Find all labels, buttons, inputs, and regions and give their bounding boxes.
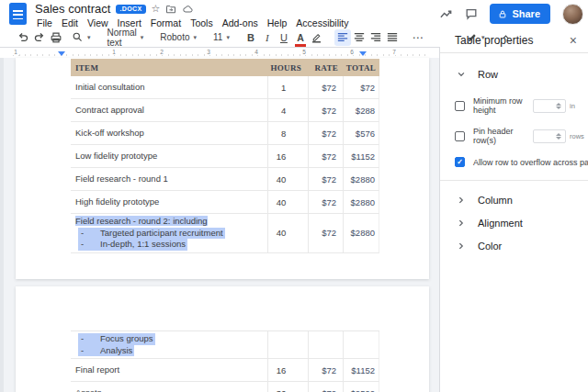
comment-icon[interactable] — [465, 7, 478, 20]
pin-header-rows-stepper[interactable] — [533, 129, 566, 143]
google-docs-logo-icon[interactable] — [9, 3, 27, 25]
print-button[interactable] — [48, 29, 64, 46]
font-family-dropdown[interactable]: Roboto ▾ — [156, 32, 200, 42]
hours-cell[interactable]: 40 — [267, 214, 308, 252]
table-row[interactable]: -Focus groups-Analysis — [71, 331, 379, 359]
justify-button[interactable] — [384, 29, 401, 46]
right-indent-marker[interactable] — [359, 51, 367, 56]
underline-button[interactable]: U — [276, 29, 292, 46]
table-row[interactable]: Assets36$72$2592 — [71, 382, 379, 392]
trending-changes-icon[interactable] — [439, 7, 453, 21]
rate-cell[interactable]: $72 — [308, 145, 343, 167]
total-cell[interactable]: $2592 — [343, 382, 379, 392]
section-alignment[interactable]: Alignment — [440, 211, 588, 234]
table-row[interactable]: Field research - round 140$72$2880 — [71, 168, 379, 191]
align-left-button[interactable] — [334, 29, 351, 46]
move-folder-icon[interactable] — [165, 4, 176, 15]
hours-cell[interactable]: 16 — [267, 359, 308, 381]
bold-button[interactable]: B — [243, 29, 259, 46]
font-size-dropdown[interactable]: 11 ▾ — [209, 32, 233, 42]
hours-cell[interactable]: 4 — [267, 99, 308, 121]
document-title[interactable]: Sales contract — [35, 2, 110, 16]
checkbox-minimum-row-height[interactable] — [455, 101, 465, 111]
rate-cell[interactable]: $72 — [308, 359, 343, 381]
menu-tools[interactable]: Tools — [188, 17, 215, 28]
align-center-button[interactable] — [351, 29, 368, 46]
menu-file[interactable]: File — [35, 17, 54, 28]
rate-cell[interactable] — [308, 331, 343, 358]
hours-cell[interactable]: 40 — [267, 168, 308, 190]
account-avatar[interactable] — [562, 4, 583, 25]
rate-cell[interactable]: $72 — [308, 76, 343, 98]
rate-cell[interactable]: $72 — [308, 122, 343, 144]
cloud-status-icon[interactable] — [182, 4, 194, 15]
rate-cell[interactable]: $72 — [308, 99, 343, 121]
total-cell[interactable]: $288 — [343, 99, 379, 121]
undo-button[interactable] — [15, 29, 31, 46]
menu-addons[interactable]: Add-ons — [220, 17, 260, 28]
menu-accessibility[interactable]: Accessibility — [294, 17, 350, 28]
star-icon[interactable]: ☆ — [152, 4, 161, 14]
hours-cell[interactable]: 1 — [267, 76, 308, 98]
close-icon[interactable]: × — [570, 34, 577, 47]
item-cell[interactable]: Final report — [71, 359, 267, 381]
menu-view[interactable]: View — [85, 17, 110, 28]
menu-format[interactable]: Format — [149, 17, 183, 28]
align-right-button[interactable] — [368, 29, 384, 46]
table-row[interactable]: Contract approval4$72$288 — [71, 99, 379, 122]
item-cell[interactable]: -Focus groups-Analysis — [71, 331, 267, 358]
rate-cell[interactable]: $72 — [308, 382, 343, 392]
menu-help[interactable]: Help — [266, 17, 289, 28]
total-cell[interactable]: $2880 — [343, 191, 379, 213]
section-row[interactable]: Row — [440, 64, 588, 84]
checkbox-allow-overflow[interactable]: ✓ — [455, 157, 465, 167]
checkbox-pin-header-rows[interactable] — [455, 131, 465, 141]
table-row[interactable]: Final report16$72$1152 — [71, 359, 379, 382]
hours-cell[interactable]: 36 — [267, 382, 308, 392]
paragraph-style-dropdown[interactable]: Normal text ▾ — [104, 28, 148, 48]
item-cell[interactable]: Kick-off workshop — [71, 122, 267, 144]
redo-button[interactable] — [31, 29, 48, 46]
share-button[interactable]: Share — [490, 4, 550, 24]
table-row[interactable]: Field research - round 2: including-Targ… — [71, 214, 379, 253]
total-cell[interactable]: $2880 — [343, 168, 379, 190]
table-header-row[interactable]: ITEMHOURSRATETOTAL — [71, 59, 379, 76]
total-cell[interactable]: $72 — [343, 76, 379, 98]
item-cell[interactable]: High fidelity prototype — [71, 191, 267, 213]
menu-insert[interactable]: Insert — [116, 17, 143, 28]
zoom-control[interactable]: ▾ — [68, 31, 95, 43]
item-cell[interactable]: Field research - round 2: including-Targ… — [71, 214, 267, 252]
collapse-menus-button[interactable] — [497, 29, 514, 46]
item-cell[interactable]: Low fidelity prototype — [71, 145, 267, 167]
item-cell[interactable]: Assets — [71, 382, 267, 392]
rate-cell[interactable]: $72 — [308, 168, 343, 190]
item-cell[interactable]: Initial consultation — [71, 76, 267, 98]
rate-cell[interactable]: $72 — [308, 191, 343, 213]
table-row[interactable]: High fidelity prototype40$72$2880 — [71, 191, 379, 214]
text-color-button[interactable]: A — [292, 29, 309, 46]
hours-cell[interactable] — [267, 331, 308, 358]
section-color[interactable]: Color — [440, 234, 588, 257]
italic-button[interactable]: I — [259, 29, 276, 46]
page-1[interactable]: ITEMHOURSRATETOTALInitial consultation1$… — [16, 58, 429, 279]
hours-cell[interactable]: 8 — [267, 122, 308, 144]
item-cell[interactable]: Field research - round 1 — [71, 168, 267, 190]
section-column[interactable]: Column — [440, 188, 588, 211]
hours-cell[interactable]: 40 — [267, 191, 308, 213]
rate-cell[interactable]: $72 — [308, 214, 343, 252]
table-row[interactable]: Initial consultation1$72$72 — [71, 76, 379, 99]
table-row[interactable]: Kick-off workshop8$72$576 — [71, 122, 379, 145]
editing-mode-dropdown[interactable]: ▾ — [463, 32, 489, 43]
minimum-row-height-stepper[interactable] — [533, 99, 566, 113]
menu-edit[interactable]: Edit — [60, 17, 80, 28]
highlight-color-button[interactable] — [309, 29, 325, 46]
total-cell[interactable] — [343, 331, 379, 358]
total-cell[interactable]: $1152 — [343, 145, 379, 167]
page-2[interactable]: -Focus groups-AnalysisFinal report16$72$… — [16, 286, 429, 392]
total-cell[interactable]: $2880 — [343, 214, 379, 252]
more-options-button[interactable]: ⋯ — [410, 29, 426, 46]
item-cell[interactable]: Contract approval — [71, 99, 267, 121]
table-row[interactable]: Low fidelity prototype16$72$1152 — [71, 145, 379, 168]
left-indent-marker[interactable] — [58, 51, 65, 56]
total-cell[interactable]: $1152 — [343, 359, 379, 381]
